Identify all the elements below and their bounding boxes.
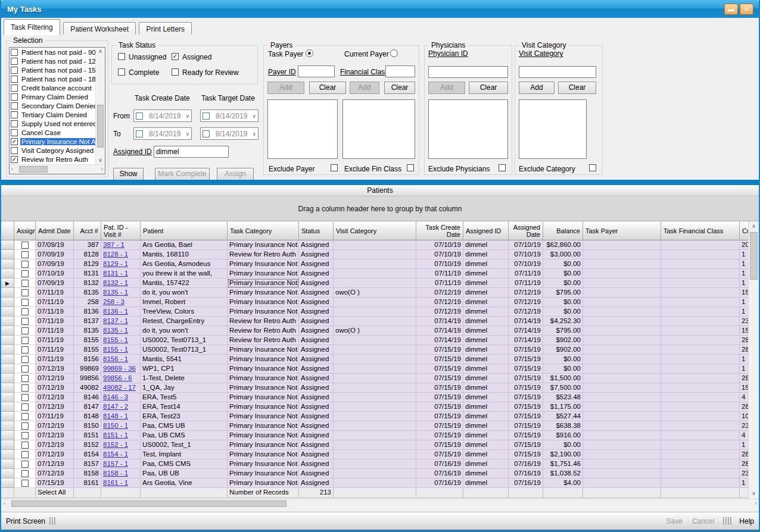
row-selector-cell[interactable] <box>1 393 14 402</box>
table-row[interactable]: 07/12/1981468146 - 3ERA, Test5Primary In… <box>1 393 750 402</box>
column-header-assigneddate[interactable]: Assigned Date <box>509 221 543 240</box>
row-assign-checkbox[interactable] <box>21 270 29 277</box>
table-row[interactable]: 07/11/19258258 - 3Immel, RobertPrimary I… <box>1 298 750 307</box>
row-assign-checkbox[interactable] <box>21 299 29 306</box>
payer-listbox[interactable] <box>267 99 338 159</box>
table-row[interactable]: 07/12/194908249082 - 171_QA, JayPrimary … <box>1 383 750 393</box>
column-header-status[interactable]: Status <box>299 221 334 240</box>
payer-id-input[interactable] <box>298 65 335 77</box>
date-checkbox[interactable] <box>203 130 210 137</box>
date-checkbox[interactable] <box>203 112 210 120</box>
patient-visit-link[interactable]: 8128 - 1 <box>103 251 128 258</box>
row-assign-checkbox[interactable] <box>21 423 29 430</box>
row-assign-checkbox[interactable] <box>21 318 29 325</box>
patient-visit-link[interactable]: 8155 - 1 <box>103 336 128 343</box>
task-payer-radio[interactable] <box>306 49 313 57</box>
scroll-thumb[interactable] <box>11 500 286 507</box>
selection-vscrollbar[interactable]: ∧ ∨ <box>95 48 105 164</box>
row-selector-cell[interactable] <box>1 402 14 412</box>
table-row[interactable]: 07/09/1981298129 - 1Ars Geotia, Asmodeus… <box>1 259 750 269</box>
patient-visit-link[interactable]: 8136 - 1 <box>103 308 128 315</box>
target-from-date[interactable]: 8/14/2019 ∨ <box>200 109 258 122</box>
exclude-physicians-checkbox[interactable] <box>499 164 506 171</box>
row-selector-cell[interactable] <box>1 298 14 307</box>
create-from-date[interactable]: 8/14/2019 ∨ <box>133 109 192 122</box>
minimize-button[interactable]: ▬ <box>724 4 738 15</box>
patient-visit-link[interactable]: 8132 - 1 <box>103 279 128 286</box>
scroll-left-icon[interactable]: ‹ <box>11 167 13 172</box>
row-selector-cell[interactable] <box>1 259 14 269</box>
table-row[interactable]: ▶07/09/1981328132 - 1Mantis, 157422Prima… <box>1 278 750 288</box>
patient-visit-link[interactable]: 49082 - 17 <box>103 384 136 391</box>
table-row[interactable]: 07/12/1981528152 - 1US0002, Test_1Primar… <box>1 440 750 450</box>
row-assign-checkbox[interactable] <box>21 242 29 249</box>
table-row[interactable]: 07/10/1981318131 - 1you threw it at the … <box>1 269 750 278</box>
visit-category-input[interactable] <box>519 66 596 78</box>
row-selector-cell[interactable] <box>1 364 14 374</box>
patient-visit-link[interactable]: 8152 - 1 <box>103 441 128 448</box>
item-checkbox[interactable] <box>11 138 18 145</box>
patient-visit-link[interactable]: 8155 - 1 <box>103 346 128 353</box>
item-checkbox[interactable] <box>11 76 18 83</box>
chevron-down-icon[interactable]: ∨ <box>185 131 189 137</box>
row-assign-checkbox[interactable] <box>21 251 29 258</box>
exclude-category-checkbox[interactable] <box>589 164 596 171</box>
patient-visit-link[interactable]: 8156 - 1 <box>103 355 128 362</box>
item-checkbox[interactable] <box>11 111 18 118</box>
fin-class-clear-button[interactable]: Clear <box>384 82 415 94</box>
row-assign-checkbox[interactable] <box>21 375 29 382</box>
unassigned-checkbox[interactable] <box>118 53 125 60</box>
row-assign-checkbox[interactable] <box>21 308 29 315</box>
row-assign-checkbox[interactable] <box>21 289 29 296</box>
row-selector-cell[interactable] <box>1 336 14 345</box>
column-header-taskfin[interactable]: Task Financial Class <box>661 221 740 240</box>
column-header-assign[interactable]: Assign <box>14 221 36 240</box>
row-selector-cell[interactable] <box>1 450 14 459</box>
table-row[interactable]: 07/09/1981288128 - 1Mantis, 168110Review… <box>1 250 750 259</box>
row-selector-cell[interactable]: ▶ <box>1 278 14 288</box>
table-row[interactable]: 07/15/1981618161 - 1Ars Geotia, VinePrim… <box>1 478 750 488</box>
item-checkbox[interactable] <box>11 129 18 136</box>
title-bar[interactable]: My Tasks ▬ ✕ <box>0 0 760 18</box>
grid-vscrollbar[interactable]: ∧ ∨ <box>748 221 759 499</box>
row-assign-checkbox[interactable] <box>21 394 29 401</box>
scroll-up-icon[interactable]: ∧ <box>96 49 105 54</box>
row-selector-cell[interactable] <box>1 345 14 355</box>
item-checkbox[interactable] <box>11 58 18 65</box>
row-selector-cell[interactable] <box>1 421 14 431</box>
table-row[interactable]: 07/12/1981548154 - 1Test, ImplantPrimary… <box>1 450 750 459</box>
table-row[interactable]: 07/12/1981588158 - 1Paa, UB UBPrimary In… <box>1 469 750 478</box>
print-screen-button[interactable]: Print Screen <box>6 517 45 525</box>
ready-for-review-checkbox[interactable] <box>172 68 179 76</box>
financial-class-link[interactable]: Financial Class <box>340 68 388 76</box>
row-assign-checkbox[interactable] <box>21 384 29 392</box>
financial-class-input[interactable] <box>385 65 415 77</box>
assign-button[interactable]: Assign <box>217 168 254 180</box>
visit-category-link[interactable]: Visit Category <box>519 49 563 58</box>
physician-add-button[interactable]: Add <box>428 82 465 94</box>
patient-visit-link[interactable]: 99856 - 6 <box>103 374 132 381</box>
exclude-payer-checkbox[interactable] <box>331 164 338 171</box>
selection-list-item[interactable]: Visit Category Assigned <box>10 146 95 155</box>
close-button[interactable]: ✕ <box>740 4 753 15</box>
row-assign-checkbox[interactable] <box>21 432 29 439</box>
table-row[interactable]: 07/11/1981358135 - 1do it, you won'tPrim… <box>1 288 750 298</box>
table-row[interactable]: 07/11/1981488148 - 1ERA, Test23Primary I… <box>1 412 750 421</box>
column-header-assignedid[interactable]: Assigned ID <box>463 221 509 240</box>
complete-checkbox[interactable] <box>118 68 125 76</box>
selection-list-item[interactable]: Cancel Case <box>10 128 95 137</box>
table-row[interactable]: 07/12/1981578157 - 1Paa, CMS CMSPrimary … <box>1 459 750 469</box>
column-header-create[interactable]: Task Create Date <box>416 221 463 240</box>
table-row[interactable]: 07/11/1981358135 - 1do it, you won'tRevi… <box>1 326 750 336</box>
table-row[interactable]: 07/11/1981558155 - 1US0002, Test0713_1Re… <box>1 336 750 345</box>
column-header-patient[interactable]: Patient <box>141 221 228 240</box>
current-payer-radio[interactable] <box>390 49 398 57</box>
row-assign-checkbox[interactable] <box>21 451 29 458</box>
row-selector-cell[interactable] <box>1 478 14 488</box>
row-selector-cell[interactable] <box>1 240 14 250</box>
row-assign-checkbox[interactable] <box>21 261 29 268</box>
table-row[interactable]: 07/11/1981368136 - 1TreeView, ColorsPrim… <box>1 307 750 317</box>
row-selector-cell[interactable] <box>1 317 14 326</box>
row-selector-cell[interactable] <box>1 288 14 298</box>
patient-visit-link[interactable]: 8161 - 1 <box>103 479 128 486</box>
